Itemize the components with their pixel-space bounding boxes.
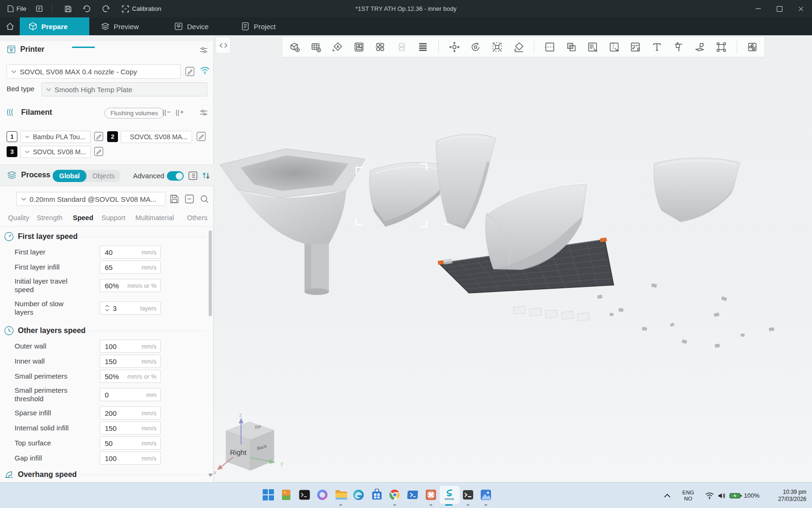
- scale-icon[interactable]: [491, 41, 503, 53]
- taskbar-app-copilot[interactable]: [313, 486, 331, 504]
- debris-parts[interactable]: [598, 284, 774, 348]
- taskbar-app-cmd[interactable]: [296, 486, 313, 504]
- viewport-3d[interactable]: Right Top Back z y x: [214, 35, 812, 482]
- taskbar-app-store[interactable]: [368, 486, 386, 504]
- param-input[interactable]: 40mm/s: [100, 246, 161, 259]
- assembly-icon[interactable]: [747, 41, 759, 53]
- taskbar-app-terminal[interactable]: [459, 486, 477, 504]
- save-preset-icon[interactable]: [169, 194, 180, 204]
- sidebar-collapse-handle[interactable]: [216, 37, 231, 54]
- taskbar-app-lightburn[interactable]: [422, 486, 440, 504]
- filament-2-select[interactable]: SOVOL SV08 MA...: [121, 131, 192, 143]
- clock[interactable]: 10:39 pm27/03/2026: [769, 483, 806, 508]
- model-selected-part[interactable]: [369, 162, 445, 227]
- taskbar-app-file-explorer[interactable]: [332, 486, 350, 504]
- param-input[interactable]: 100mm/s: [100, 452, 161, 465]
- param-value[interactable]: 150: [105, 357, 141, 365]
- fuzzy-skin-icon[interactable]: [715, 41, 727, 53]
- wifi-status-icon[interactable]: [705, 483, 714, 508]
- filament-settings-icon[interactable]: [199, 108, 208, 117]
- color-paint-icon[interactable]: [630, 41, 642, 53]
- printer-settings-icon[interactable]: [199, 46, 208, 55]
- model-corner-panel[interactable]: [654, 158, 740, 222]
- split-parts-icon[interactable]: [396, 41, 408, 53]
- param-value[interactable]: 40: [105, 248, 141, 256]
- cut-icon[interactable]: [544, 41, 556, 53]
- filament-1-swatch[interactable]: 1: [7, 131, 17, 142]
- remove-filament-icon[interactable]: [162, 108, 172, 118]
- taskbar-app-chrome[interactable]: [386, 486, 404, 504]
- param-value[interactable]: 50: [105, 439, 141, 447]
- start-button[interactable]: [259, 486, 277, 504]
- home-button[interactable]: [0, 17, 20, 35]
- support-paint-icon[interactable]: [586, 41, 599, 53]
- maximize-button[interactable]: [769, 0, 790, 17]
- printer-wifi-icon[interactable]: [200, 66, 210, 75]
- file-menu[interactable]: File: [8, 0, 26, 17]
- tab-prepare[interactable]: Prepare: [20, 17, 89, 35]
- param-input[interactable]: 65mm/s: [100, 261, 161, 274]
- param-value[interactable]: 100: [105, 342, 141, 350]
- tab-device[interactable]: Device: [165, 17, 217, 35]
- tab-project[interactable]: Project: [232, 17, 284, 35]
- param-input[interactable]: 50%mm/s or %: [100, 370, 161, 383]
- taskbar-app-widgets[interactable]: [277, 486, 295, 504]
- close-button[interactable]: [790, 0, 812, 17]
- param-input[interactable]: 50mm/s: [100, 437, 161, 450]
- param-value[interactable]: 50%: [105, 373, 127, 381]
- minimize-button[interactable]: [747, 0, 769, 17]
- flushing-volumes-button[interactable]: Flushing volumes: [104, 108, 164, 119]
- process-preset-select[interactable]: 0.20mm Standard @SOVOL SV08 MA...: [16, 192, 165, 206]
- mesh-boolean-icon[interactable]: [565, 41, 578, 53]
- scope-objects-button[interactable]: Objects: [86, 172, 121, 180]
- param-spinner-input[interactable]: 3layers: [100, 302, 161, 315]
- tab-speed[interactable]: Speed: [73, 214, 94, 222]
- filament-3-swatch[interactable]: 3: [7, 146, 17, 157]
- tab-quality[interactable]: Quality: [8, 214, 29, 222]
- param-input[interactable]: 150mm/s: [100, 355, 161, 368]
- volume-icon[interactable]: [718, 483, 726, 508]
- language-indicator[interactable]: ENGNO: [682, 483, 694, 508]
- add-plate-icon[interactable]: [310, 41, 322, 53]
- filament-3-edit-icon[interactable]: [94, 146, 104, 157]
- battery-status[interactable]: 100%: [729, 483, 759, 508]
- param-value[interactable]: 65: [105, 263, 141, 271]
- taskbar-app-sovol-slicer[interactable]: SOVOL: [440, 486, 460, 504]
- model-funnel[interactable]: [220, 149, 365, 295]
- scope-global-button[interactable]: Global: [53, 170, 86, 182]
- filament-2-edit-icon[interactable]: [196, 131, 206, 142]
- tab-strength[interactable]: Strength: [37, 214, 62, 222]
- tray-expand-button[interactable]: [664, 483, 671, 508]
- undo-button[interactable]: [83, 0, 91, 17]
- scrollbar-thumb[interactable]: [209, 230, 212, 316]
- param-input[interactable]: 150mm/s: [100, 421, 161, 435]
- bed-type-select[interactable]: Smooth High Temp Plate: [41, 82, 207, 96]
- add-filament-icon[interactable]: [175, 108, 185, 118]
- taskbar-app-powershell[interactable]: [404, 486, 422, 504]
- emboss-icon[interactable]: [694, 41, 706, 53]
- tab-multimaterial[interactable]: Multimaterial: [135, 214, 174, 222]
- scroll-down-icon[interactable]: [208, 474, 213, 477]
- search-preset-icon[interactable]: [199, 194, 210, 204]
- filament-1-select[interactable]: Bambu PLA Tou...: [20, 131, 91, 143]
- variable-layer-height-icon[interactable]: [417, 41, 429, 53]
- tab-support[interactable]: Support: [102, 214, 125, 222]
- rotate-icon[interactable]: [470, 41, 482, 53]
- param-value[interactable]: 0: [105, 391, 146, 399]
- split-objects-icon[interactable]: [374, 41, 386, 53]
- preset-list-icon[interactable]: [188, 171, 198, 181]
- param-value[interactable]: 100: [105, 454, 141, 462]
- text-icon[interactable]: [651, 41, 663, 53]
- notes-button[interactable]: [36, 0, 43, 17]
- spinner-icons[interactable]: [105, 304, 109, 312]
- printer-edit-icon[interactable]: [185, 66, 195, 77]
- filament-1-edit-icon[interactable]: [94, 131, 104, 142]
- delete-preset-icon[interactable]: [184, 194, 195, 204]
- advanced-toggle[interactable]: [167, 171, 184, 181]
- add-icon[interactable]: [289, 41, 301, 53]
- param-value[interactable]: 60%: [105, 282, 127, 290]
- calibration-menu[interactable]: Calibration: [122, 0, 161, 17]
- param-value[interactable]: 200: [105, 409, 141, 417]
- taskbar-app-edge[interactable]: [350, 486, 367, 504]
- param-input[interactable]: 100mm/s: [100, 340, 161, 353]
